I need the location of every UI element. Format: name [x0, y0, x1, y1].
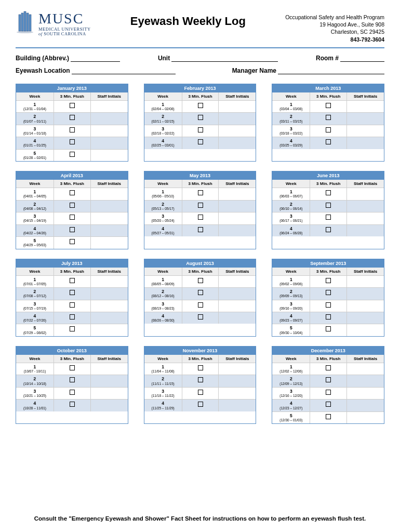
flush-checkbox[interactable] — [198, 314, 203, 320]
week-cell-initials[interactable] — [219, 125, 256, 137]
flush-checkbox[interactable] — [326, 127, 331, 132]
flush-checkbox[interactable] — [70, 127, 75, 132]
flush-checkbox[interactable] — [70, 239, 75, 244]
flush-checkbox[interactable] — [326, 414, 331, 419]
week-cell-initials[interactable] — [219, 212, 256, 224]
flush-checkbox[interactable] — [198, 103, 203, 108]
week-cell-initials[interactable] — [91, 188, 128, 200]
week-cell-initials[interactable] — [91, 375, 128, 387]
week-cell-initials[interactable] — [219, 375, 256, 387]
week-cell-initials[interactable] — [91, 113, 128, 124]
flush-checkbox[interactable] — [326, 115, 331, 120]
week-cell-initials[interactable] — [91, 101, 128, 112]
week-cell-initials[interactable] — [91, 300, 128, 312]
week-cell-initials[interactable] — [347, 137, 384, 149]
location-input[interactable] — [72, 68, 176, 74]
week-cell-initials[interactable] — [347, 212, 384, 224]
week-cell-initials[interactable] — [91, 125, 128, 137]
week-cell-initials[interactable] — [91, 150, 128, 161]
week-cell-initials[interactable] — [91, 237, 128, 248]
week-cell-initials[interactable] — [347, 412, 384, 423]
flush-checkbox[interactable] — [70, 227, 75, 232]
flush-checkbox[interactable] — [326, 326, 331, 331]
week-cell-initials[interactable] — [219, 363, 256, 375]
week-cell-initials[interactable] — [219, 288, 256, 299]
week-cell-initials[interactable] — [91, 225, 128, 236]
room-input[interactable] — [340, 56, 384, 62]
flush-checkbox[interactable] — [70, 103, 75, 108]
flush-checkbox[interactable] — [326, 278, 331, 283]
week-cell-initials[interactable] — [347, 288, 384, 299]
flush-checkbox[interactable] — [198, 203, 203, 208]
week-cell-initials[interactable] — [91, 201, 128, 212]
flush-checkbox[interactable] — [198, 215, 203, 220]
flush-checkbox[interactable] — [198, 302, 203, 308]
week-cell-initials[interactable] — [219, 400, 256, 411]
week-cell-initials[interactable] — [219, 137, 256, 149]
week-cell-initials[interactable] — [219, 300, 256, 312]
flush-checkbox[interactable] — [70, 302, 75, 308]
flush-checkbox[interactable] — [198, 402, 203, 407]
flush-checkbox[interactable] — [326, 302, 331, 308]
week-cell-initials[interactable] — [219, 201, 256, 212]
flush-checkbox[interactable] — [326, 227, 331, 232]
week-cell-initials[interactable] — [347, 101, 384, 112]
week-cell-initials[interactable] — [219, 225, 256, 236]
flush-checkbox[interactable] — [70, 190, 75, 195]
flush-checkbox[interactable] — [326, 103, 331, 108]
flush-checkbox[interactable] — [326, 203, 331, 208]
flush-checkbox[interactable] — [326, 377, 331, 382]
week-cell-initials[interactable] — [91, 212, 128, 224]
flush-checkbox[interactable] — [70, 203, 75, 208]
flush-checkbox[interactable] — [198, 290, 203, 295]
unit-input[interactable] — [171, 56, 278, 62]
week-cell-initials[interactable] — [347, 300, 384, 312]
flush-checkbox[interactable] — [70, 390, 75, 395]
week-cell-initials[interactable] — [347, 201, 384, 212]
flush-checkbox[interactable] — [326, 290, 331, 295]
week-cell-initials[interactable] — [347, 363, 384, 375]
week-cell-initials[interactable] — [91, 276, 128, 287]
flush-checkbox[interactable] — [70, 402, 75, 407]
flush-checkbox[interactable] — [326, 390, 331, 395]
week-cell-initials[interactable] — [347, 276, 384, 287]
flush-checkbox[interactable] — [70, 290, 75, 295]
week-cell-initials[interactable] — [219, 388, 256, 399]
week-cell-initials[interactable] — [347, 400, 384, 411]
week-cell-initials[interactable] — [347, 225, 384, 236]
week-cell-initials[interactable] — [347, 375, 384, 387]
week-cell-initials[interactable] — [347, 125, 384, 137]
week-cell-initials[interactable] — [219, 113, 256, 124]
flush-checkbox[interactable] — [198, 365, 203, 370]
flush-checkbox[interactable] — [198, 278, 203, 283]
flush-checkbox[interactable] — [198, 390, 203, 395]
flush-checkbox[interactable] — [70, 326, 75, 331]
flush-checkbox[interactable] — [326, 314, 331, 320]
flush-checkbox[interactable] — [70, 314, 75, 320]
week-cell-initials[interactable] — [347, 324, 384, 336]
flush-checkbox[interactable] — [198, 227, 203, 232]
flush-checkbox[interactable] — [198, 377, 203, 382]
building-input[interactable] — [71, 56, 120, 62]
week-cell-initials[interactable] — [219, 188, 256, 200]
flush-checkbox[interactable] — [198, 115, 203, 120]
flush-checkbox[interactable] — [326, 365, 331, 370]
week-cell-initials[interactable] — [91, 324, 128, 336]
flush-checkbox[interactable] — [70, 377, 75, 382]
week-cell-initials[interactable] — [347, 113, 384, 124]
flush-checkbox[interactable] — [70, 278, 75, 283]
flush-checkbox[interactable] — [198, 127, 203, 132]
week-cell-initials[interactable] — [347, 312, 384, 324]
week-cell-initials[interactable] — [91, 312, 128, 324]
week-cell-initials[interactable] — [219, 101, 256, 112]
week-cell-initials[interactable] — [91, 288, 128, 299]
flush-checkbox[interactable] — [70, 365, 75, 370]
flush-checkbox[interactable] — [198, 190, 203, 195]
flush-checkbox[interactable] — [70, 152, 75, 157]
week-cell-initials[interactable] — [91, 137, 128, 149]
week-cell-initials[interactable] — [347, 388, 384, 399]
week-cell-initials[interactable] — [91, 400, 128, 411]
flush-checkbox[interactable] — [198, 139, 203, 144]
flush-checkbox[interactable] — [70, 215, 75, 220]
week-cell-initials[interactable] — [91, 363, 128, 375]
